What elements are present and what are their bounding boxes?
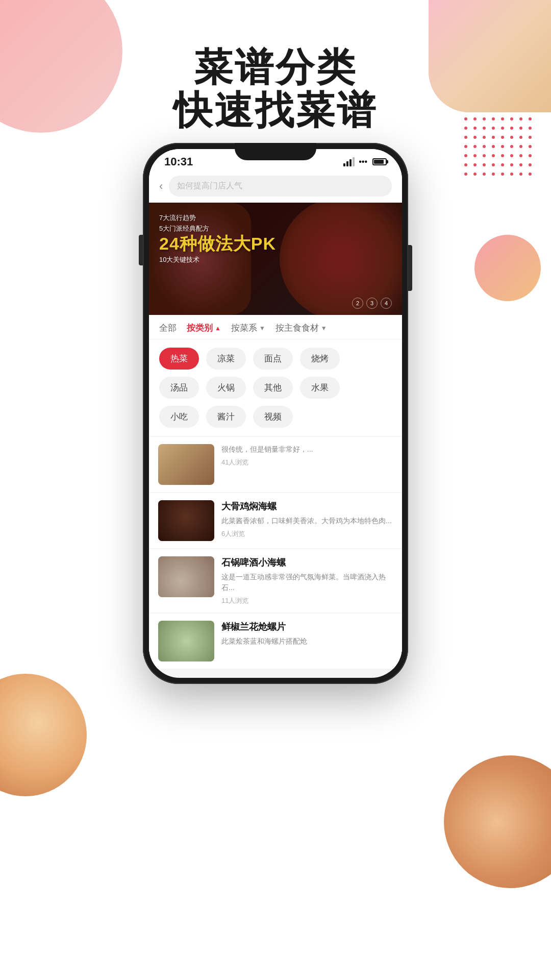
- category-row-2: 汤品 火锅 其他 水果: [159, 377, 392, 399]
- chip-video[interactable]: 视频: [253, 406, 293, 428]
- banner-line1: 7大流行趋势: [159, 213, 276, 224]
- banner-line2: 5大门派经典配方: [159, 224, 276, 234]
- app-subtitle: 快速找菜谱: [0, 89, 551, 132]
- recipe-desc-partial: 很传统，但是销量非常好，...: [221, 444, 393, 455]
- chip-cold-dishes[interactable]: 凉菜: [206, 348, 246, 370]
- recipe-thumbnail-0: [158, 500, 214, 541]
- recipe-desc-2: 此菜烩茶蓝和海螺片搭配炝: [221, 636, 393, 647]
- phone-screen: 10:31 ••• ‹ 如何提高门店人气: [149, 149, 402, 678]
- banner-dot-1[interactable]: 2: [352, 298, 363, 309]
- battery-icon: [372, 158, 387, 165]
- filter-arrow-down-2: ▼: [321, 325, 327, 332]
- filter-tab-all[interactable]: 全部: [159, 322, 177, 334]
- chip-fruit[interactable]: 水果: [300, 377, 340, 399]
- recipe-thumbnail-partial: [158, 444, 214, 485]
- bg-decoration-food-right: [444, 755, 551, 888]
- back-button[interactable]: ‹: [159, 180, 163, 193]
- recipe-item-partial[interactable]: 很传统，但是销量非常好，... 41人浏览: [149, 437, 402, 492]
- filter-tab-ingredient[interactable]: 按主食食材 ▼: [276, 322, 327, 334]
- filter-tab-category[interactable]: 按类别 ▲: [187, 322, 221, 334]
- search-placeholder: 如何提高门店人气: [177, 181, 242, 191]
- recipe-info-partial: 很传统，但是销量非常好，... 41人浏览: [221, 444, 393, 467]
- phone-notch: [235, 143, 316, 160]
- table-row[interactable]: 鲜椒兰花炝螺片 此菜烩茶蓝和海螺片搭配炝: [149, 614, 402, 669]
- recipe-thumbnail-2: [158, 621, 214, 662]
- signal-icon: [343, 157, 355, 166]
- recipe-thumbnail-1: [158, 556, 214, 597]
- banner-dot-3[interactable]: 4: [381, 298, 392, 309]
- recipe-desc-0: 此菜酱香浓郁，口味鲜美香浓。大骨鸡为本地特色肉...: [221, 516, 393, 526]
- chip-other[interactable]: 其他: [253, 377, 293, 399]
- chip-hotpot[interactable]: 火锅: [206, 377, 246, 399]
- chip-soup[interactable]: 汤品: [159, 377, 199, 399]
- recipe-views-1: 11人浏览: [221, 596, 393, 605]
- recipe-info-2: 鲜椒兰花炝螺片 此菜烩茶蓝和海螺片搭配炝: [221, 621, 393, 647]
- bg-decoration-pink-circle: [474, 235, 541, 301]
- recipe-info-0: 大骨鸡焖海螺 此菜酱香浓郁，口味鲜美香浓。大骨鸡为本地特色肉... 6人浏览: [221, 500, 393, 538]
- chip-sauce[interactable]: 酱汁: [206, 406, 246, 428]
- recipe-info-1: 石锅啤酒小海螺 这是一道互动感非常强的气氛海鲜菜。当啤酒浇入热石... 11人浏…: [221, 556, 393, 605]
- banner-line3: 10大关键技术: [159, 255, 276, 264]
- status-icons: •••: [343, 157, 387, 166]
- status-time: 10:31: [164, 155, 193, 168]
- category-section: 热菜 凉菜 面点 烧烤 汤品 火锅 其他 水果 小吃 酱汁 视频: [149, 339, 402, 436]
- chip-snack[interactable]: 小吃: [159, 406, 199, 428]
- recipe-title-2: 鲜椒兰花炝螺片: [221, 621, 393, 633]
- recipe-views-0: 6人浏览: [221, 529, 393, 538]
- filter-tabs: 全部 按类别 ▲ 按菜系 ▼ 按主食食材 ▼: [149, 315, 402, 339]
- filter-tab-cuisine[interactable]: 按菜系 ▼: [231, 322, 265, 334]
- banner-text-content: 7大流行趋势 5大门派经典配方 24种做法大PK 10大关键技术: [159, 213, 276, 264]
- recipe-views-partial: 41人浏览: [221, 458, 393, 467]
- wifi-icon: •••: [359, 157, 367, 166]
- chip-bbq[interactable]: 烧烤: [300, 348, 340, 370]
- recipe-title-0: 大骨鸡焖海螺: [221, 500, 393, 512]
- table-row[interactable]: 石锅啤酒小海螺 这是一道互动感非常强的气氛海鲜菜。当啤酒浇入热石... 11人浏…: [149, 549, 402, 612]
- banner-pagination: 2 3 4: [352, 298, 392, 309]
- app-title: 菜谱分类: [0, 46, 551, 89]
- search-bar[interactable]: ‹ 如何提高门店人气: [149, 172, 402, 203]
- category-row-3: 小吃 酱汁 视频: [159, 406, 392, 428]
- chip-pastry[interactable]: 面点: [253, 348, 293, 370]
- banner-dot-2[interactable]: 3: [366, 298, 378, 309]
- bg-decoration-food-left: [0, 674, 87, 796]
- banner-main-text: 24种做法大PK: [159, 234, 276, 253]
- phone-mockup: 10:31 ••• ‹ 如何提高门店人气: [143, 143, 408, 684]
- filter-arrow-up: ▲: [215, 325, 221, 332]
- banner-section[interactable]: 7大流行趋势 5大门派经典配方 24种做法大PK 10大关键技术 2 3 4: [149, 203, 402, 315]
- header-section: 菜谱分类 快速找菜谱: [0, 46, 551, 131]
- table-row[interactable]: 大骨鸡焖海螺 此菜酱香浓郁，口味鲜美香浓。大骨鸡为本地特色肉... 6人浏览: [149, 493, 402, 548]
- recipe-title-1: 石锅啤酒小海螺: [221, 556, 393, 569]
- recipe-list: 大骨鸡焖海螺 此菜酱香浓郁，口味鲜美香浓。大骨鸡为本地特色肉... 6人浏览 石…: [149, 493, 402, 669]
- search-input[interactable]: 如何提高门店人气: [169, 176, 392, 197]
- category-row-1: 热菜 凉菜 面点 烧烤: [159, 348, 392, 370]
- recipe-desc-1: 这是一道互动感非常强的气氛海鲜菜。当啤酒浇入热石...: [221, 572, 393, 593]
- filter-arrow-down-1: ▼: [259, 325, 265, 332]
- chip-hot-dishes[interactable]: 热菜: [159, 348, 199, 370]
- phone-frame: 10:31 ••• ‹ 如何提高门店人气: [143, 143, 408, 684]
